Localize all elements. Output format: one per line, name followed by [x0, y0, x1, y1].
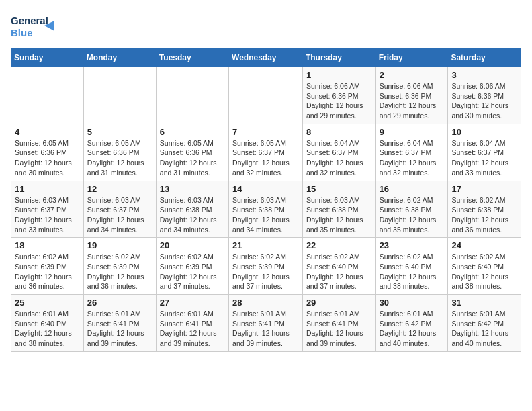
day-number: 29 — [306, 298, 372, 308]
day-number: 7 — [232, 127, 299, 137]
day-number: 22 — [306, 240, 372, 250]
day-number: 15 — [306, 184, 372, 194]
calendar-cell: 17Sunrise: 6:02 AM Sunset: 6:38 PM Dayli… — [448, 181, 521, 238]
day-number: 26 — [87, 298, 152, 308]
day-info: Sunrise: 6:01 AM Sunset: 6:42 PM Dayligh… — [451, 309, 517, 349]
calendar-week-row: 1Sunrise: 6:06 AM Sunset: 6:36 PM Daylig… — [11, 67, 521, 124]
day-number: 10 — [451, 127, 517, 137]
day-number: 14 — [232, 184, 299, 194]
calendar-header-monday: Monday — [83, 49, 156, 67]
calendar-cell: 15Sunrise: 6:03 AM Sunset: 6:38 PM Dayli… — [302, 181, 375, 238]
calendar-cell: 2Sunrise: 6:06 AM Sunset: 6:36 PM Daylig… — [375, 67, 448, 124]
day-number: 12 — [87, 184, 152, 194]
page-header: General Blue — [11, 11, 521, 40]
day-info: Sunrise: 6:05 AM Sunset: 6:36 PM Dayligh… — [87, 138, 152, 178]
calendar-cell — [156, 67, 228, 124]
calendar-cell: 9Sunrise: 6:04 AM Sunset: 6:37 PM Daylig… — [375, 124, 448, 181]
calendar-header-sunday: Sunday — [11, 49, 84, 67]
calendar-week-row: 25Sunrise: 6:01 AM Sunset: 6:40 PM Dayli… — [11, 295, 521, 352]
day-number: 21 — [232, 240, 299, 250]
day-info: Sunrise: 6:06 AM Sunset: 6:36 PM Dayligh… — [380, 81, 445, 121]
day-info: Sunrise: 6:02 AM Sunset: 6:40 PM Dayligh… — [451, 252, 517, 291]
day-number: 20 — [160, 240, 225, 250]
calendar-cell: 16Sunrise: 6:02 AM Sunset: 6:38 PM Dayli… — [375, 181, 448, 238]
calendar-cell: 8Sunrise: 6:04 AM Sunset: 6:37 PM Daylig… — [302, 124, 375, 181]
calendar-cell: 31Sunrise: 6:01 AM Sunset: 6:42 PM Dayli… — [448, 295, 521, 352]
calendar-header-friday: Friday — [375, 49, 448, 67]
calendar-cell: 27Sunrise: 6:01 AM Sunset: 6:41 PM Dayli… — [156, 295, 228, 352]
day-number: 3 — [451, 70, 517, 80]
day-info: Sunrise: 6:02 AM Sunset: 6:38 PM Dayligh… — [380, 195, 445, 235]
day-number: 31 — [451, 298, 517, 308]
calendar-cell: 7Sunrise: 6:05 AM Sunset: 6:37 PM Daylig… — [229, 124, 303, 181]
calendar-cell: 5Sunrise: 6:05 AM Sunset: 6:36 PM Daylig… — [83, 124, 156, 181]
calendar-week-row: 18Sunrise: 6:02 AM Sunset: 6:39 PM Dayli… — [11, 238, 521, 295]
logo: General Blue — [11, 11, 58, 40]
day-info: Sunrise: 6:06 AM Sunset: 6:36 PM Dayligh… — [306, 81, 372, 121]
day-number: 2 — [380, 70, 445, 80]
calendar-cell: 29Sunrise: 6:01 AM Sunset: 6:41 PM Dayli… — [302, 295, 375, 352]
day-number: 1 — [306, 70, 372, 80]
calendar-cell: 11Sunrise: 6:03 AM Sunset: 6:37 PM Dayli… — [11, 181, 84, 238]
day-number: 17 — [451, 184, 517, 194]
day-info: Sunrise: 6:02 AM Sunset: 6:38 PM Dayligh… — [451, 195, 517, 235]
calendar-header-wednesday: Wednesday — [229, 49, 303, 67]
day-info: Sunrise: 6:02 AM Sunset: 6:40 PM Dayligh… — [380, 252, 445, 291]
day-info: Sunrise: 6:02 AM Sunset: 6:39 PM Dayligh… — [232, 252, 299, 291]
day-number: 19 — [87, 240, 152, 250]
calendar-header-thursday: Thursday — [302, 49, 375, 67]
calendar-cell — [229, 67, 303, 124]
day-info: Sunrise: 6:05 AM Sunset: 6:37 PM Dayligh… — [232, 138, 299, 178]
calendar-cell: 14Sunrise: 6:03 AM Sunset: 6:38 PM Dayli… — [229, 181, 303, 238]
day-info: Sunrise: 6:04 AM Sunset: 6:37 PM Dayligh… — [306, 138, 372, 178]
day-number: 8 — [306, 127, 372, 137]
svg-text:General: General — [11, 15, 48, 26]
calendar-cell: 22Sunrise: 6:02 AM Sunset: 6:40 PM Dayli… — [302, 238, 375, 295]
calendar-cell: 26Sunrise: 6:01 AM Sunset: 6:41 PM Dayli… — [83, 295, 156, 352]
calendar-week-row: 11Sunrise: 6:03 AM Sunset: 6:37 PM Dayli… — [11, 181, 521, 238]
calendar-cell: 18Sunrise: 6:02 AM Sunset: 6:39 PM Dayli… — [11, 238, 84, 295]
day-number: 13 — [160, 184, 225, 194]
calendar-cell: 6Sunrise: 6:05 AM Sunset: 6:36 PM Daylig… — [156, 124, 228, 181]
day-number: 9 — [380, 127, 445, 137]
day-info: Sunrise: 6:02 AM Sunset: 6:39 PM Dayligh… — [160, 252, 225, 291]
day-number: 16 — [380, 184, 445, 194]
calendar-cell: 30Sunrise: 6:01 AM Sunset: 6:42 PM Dayli… — [375, 295, 448, 352]
calendar-header-tuesday: Tuesday — [156, 49, 228, 67]
calendar-cell — [83, 67, 156, 124]
calendar-week-row: 4Sunrise: 6:05 AM Sunset: 6:36 PM Daylig… — [11, 124, 521, 181]
day-info: Sunrise: 6:01 AM Sunset: 6:41 PM Dayligh… — [87, 309, 152, 349]
day-number: 4 — [15, 127, 80, 137]
day-info: Sunrise: 6:03 AM Sunset: 6:38 PM Dayligh… — [232, 195, 299, 235]
day-info: Sunrise: 6:03 AM Sunset: 6:38 PM Dayligh… — [160, 195, 225, 235]
day-info: Sunrise: 6:05 AM Sunset: 6:36 PM Dayligh… — [160, 138, 225, 178]
day-number: 28 — [232, 298, 299, 308]
day-info: Sunrise: 6:04 AM Sunset: 6:37 PM Dayligh… — [380, 138, 445, 178]
day-number: 25 — [15, 298, 80, 308]
day-info: Sunrise: 6:01 AM Sunset: 6:42 PM Dayligh… — [380, 309, 445, 349]
calendar-header-row: SundayMondayTuesdayWednesdayThursdayFrid… — [11, 49, 521, 67]
day-number: 11 — [15, 184, 80, 194]
day-number: 18 — [15, 240, 80, 250]
day-info: Sunrise: 6:02 AM Sunset: 6:39 PM Dayligh… — [15, 252, 80, 291]
day-info: Sunrise: 6:06 AM Sunset: 6:36 PM Dayligh… — [451, 81, 517, 121]
calendar-cell: 13Sunrise: 6:03 AM Sunset: 6:38 PM Dayli… — [156, 181, 228, 238]
calendar-cell: 20Sunrise: 6:02 AM Sunset: 6:39 PM Dayli… — [156, 238, 228, 295]
calendar-cell: 4Sunrise: 6:05 AM Sunset: 6:36 PM Daylig… — [11, 124, 84, 181]
calendar-cell: 12Sunrise: 6:03 AM Sunset: 6:37 PM Dayli… — [83, 181, 156, 238]
day-number: 27 — [160, 298, 225, 308]
calendar-cell: 1Sunrise: 6:06 AM Sunset: 6:36 PM Daylig… — [302, 67, 375, 124]
day-info: Sunrise: 6:02 AM Sunset: 6:39 PM Dayligh… — [87, 252, 152, 291]
day-info: Sunrise: 6:04 AM Sunset: 6:37 PM Dayligh… — [451, 138, 517, 178]
calendar-cell: 3Sunrise: 6:06 AM Sunset: 6:36 PM Daylig… — [448, 67, 521, 124]
calendar-table: SundayMondayTuesdayWednesdayThursdayFrid… — [11, 48, 521, 352]
svg-text:Blue: Blue — [11, 27, 33, 38]
day-info: Sunrise: 6:03 AM Sunset: 6:38 PM Dayligh… — [306, 195, 372, 235]
day-number: 23 — [380, 240, 445, 250]
day-info: Sunrise: 6:01 AM Sunset: 6:41 PM Dayligh… — [306, 309, 372, 349]
day-number: 30 — [380, 298, 445, 308]
day-number: 5 — [87, 127, 152, 137]
day-info: Sunrise: 6:05 AM Sunset: 6:36 PM Dayligh… — [15, 138, 80, 178]
day-info: Sunrise: 6:01 AM Sunset: 6:40 PM Dayligh… — [15, 309, 80, 349]
calendar-cell: 23Sunrise: 6:02 AM Sunset: 6:40 PM Dayli… — [375, 238, 448, 295]
